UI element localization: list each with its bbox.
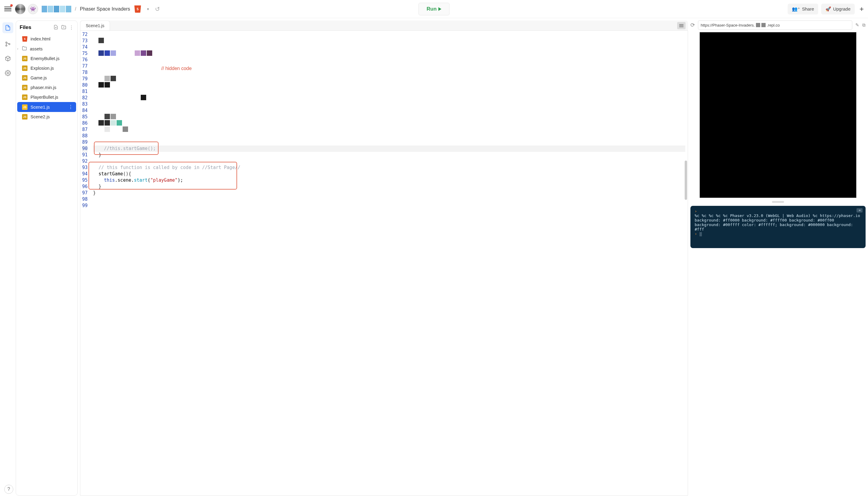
hidden-code-annotation: // hidden code [161,66,192,71]
file-playerbullet[interactable]: JS PlayerBullet.js [16,92,77,102]
file-label: Game.js [30,76,47,80]
top-bar: 👾 / Phaser Space Invaders 5 ▾ ↺ Run 👥⁺ S… [0,0,868,18]
vcs-rail-icon[interactable] [4,40,12,48]
html5-icon: 5 [135,5,141,13]
project-name[interactable]: Phaser Space Invaders [80,6,130,12]
file-more-icon[interactable]: ⋮ [68,104,73,110]
file-label: index.html [30,37,50,41]
file-label: PlayerBullet.js [30,95,58,100]
js-icon: JS [22,75,27,81]
file-label: Scene2.js [30,114,50,119]
svg-point-3 [7,73,9,74]
share-button[interactable]: 👥⁺ Share [788,4,818,14]
file-index-html[interactable]: 5 index.html [16,34,77,44]
file-game[interactable]: JS Game.js [16,73,77,83]
js-icon: JS [22,65,27,71]
files-rail-icon[interactable] [2,22,13,33]
upgrade-button[interactable]: 🚀 Upgrade [821,4,855,14]
url-bar[interactable]: https://Phaser-Space-Invaders. .repl.co [698,21,852,29]
folder-icon [22,46,27,52]
file-phaser-min[interactable]: JS phaser.min.js [16,83,77,92]
file-scene1[interactable]: JS Scene1.js ⋮ [17,102,76,112]
packages-rail-icon[interactable] [4,55,12,62]
html-icon: 5 [22,36,27,42]
js-icon: JS [22,56,27,61]
files-panel: Files ⋮ 5 index.html › assets JS [16,21,78,496]
new-file-icon[interactable] [53,25,58,30]
code-editor[interactable]: 7273747576777879808182838485868788899091… [80,30,688,496]
folder-assets[interactable]: › assets [16,44,77,54]
rocket-icon: 🚀 [826,6,831,12]
code-lines[interactable]: // hidden code //this.startGame(); } // … [91,31,688,495]
files-more-icon[interactable]: ⋮ [69,25,74,30]
js-icon: JS [22,94,27,100]
resize-handle[interactable] [772,201,784,203]
line-gutter: 7273747576777879808182838485868788899091… [80,31,91,495]
js-icon: JS [22,85,27,90]
editor-pane: Scene1.js 727374757677787980818283848586… [80,21,688,496]
file-enemybullet[interactable]: JS EnemyBullet.js [16,54,77,63]
run-label: Run [426,6,436,12]
avatar-button[interactable]: 👾 [28,4,38,14]
js-icon: JS [22,114,27,119]
console-prompt: › [695,209,697,213]
svg-point-2 [9,43,10,45]
url-prefix: https://Phaser-Space-Invaders. [701,23,755,27]
add-icon[interactable]: + [859,5,864,13]
chevron-down-icon[interactable]: ▾ [147,7,149,11]
breadcrumb-sep: / [75,6,76,12]
help-button[interactable]: ? [4,485,13,494]
history-icon[interactable]: ↺ [155,5,160,13]
preview-pane: ⟳ https://Phaser-Space-Invaders. .repl.c… [690,21,866,496]
menu-icon[interactable] [4,5,12,13]
console-line: %c %c %c %c %c Phaser v3.23.0 (WebGL | W… [695,213,861,232]
new-folder-icon[interactable] [61,25,66,30]
layout-icon[interactable] [677,22,686,29]
file-label: Scene1.js [30,105,50,109]
console-prompt: › [695,232,700,236]
file-label: Explosion.js [30,66,54,70]
file-label: EnemyBullet.js [30,56,60,61]
upgrade-label: Upgrade [833,6,851,12]
owner-redacted [42,6,71,12]
edit-icon[interactable]: ✎ [855,22,859,28]
file-explosion[interactable]: JS Explosion.js [16,63,77,73]
game-preview[interactable] [700,32,856,198]
file-scene2[interactable]: JS Scene2.js [16,112,77,122]
file-tree: 5 index.html › assets JS EnemyBullet.js … [16,34,77,495]
tab-row: Scene1.js [80,21,688,30]
settings-rail-icon[interactable] [4,69,12,77]
chevron-right-icon: › [17,47,18,50]
console-cursor [700,232,702,236]
js-icon: JS [22,104,27,110]
left-rail [0,18,16,498]
file-label: phaser.min.js [30,85,56,90]
reload-icon[interactable]: ⟳ [690,22,695,28]
editor-scrollbar[interactable] [685,160,687,200]
url-suffix: .repl.co [767,23,780,27]
tab-scene1[interactable]: Scene1.js [80,21,110,30]
share-label: Share [802,6,814,12]
share-icon: 👥⁺ [792,6,800,12]
console[interactable]: ⌫ › %c %c %c %c %c Phaser v3.23.0 (WebGL… [690,206,866,248]
files-title: Files [20,24,50,30]
console-clear-icon[interactable]: ⌫ [856,208,863,212]
svg-point-0 [6,42,7,43]
open-external-icon[interactable]: ⧉ [862,22,866,28]
url-redacted [756,23,760,27]
play-icon [438,7,442,11]
replit-logo[interactable] [15,4,25,14]
file-label: assets [30,47,42,51]
url-redacted [762,23,766,27]
run-button[interactable]: Run [418,3,449,15]
svg-point-1 [6,45,7,46]
preview-toolbar: ⟳ https://Phaser-Space-Invaders. .repl.c… [690,21,866,29]
